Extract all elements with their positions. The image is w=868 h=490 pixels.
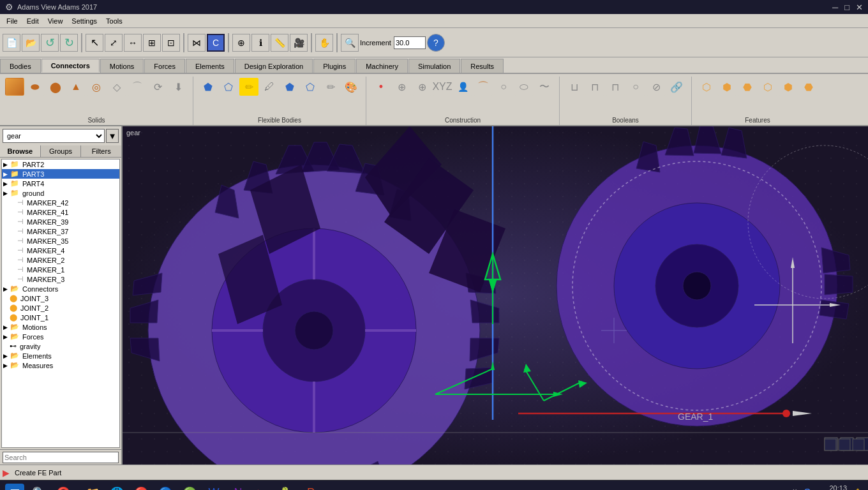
tree-item-part4[interactable]: ▶📁PART4 [2, 179, 119, 188]
toolbar-rotate[interactable]: ↔ [124, 34, 142, 52]
tab-motions[interactable]: Motions [100, 59, 144, 73]
tree-item-joint_1[interactable]: ⬤JOINT_1 [2, 313, 119, 322]
menu-item-view[interactable]: View [44, 17, 67, 26]
tree-expander[interactable]: ▶ [3, 362, 8, 369]
tree-item-marker_35[interactable]: ⊣MARKER_35 [2, 236, 119, 246]
ribbon-xyz-icon[interactable]: XYZ [433, 78, 452, 96]
toolbar-select[interactable]: ↖ [86, 34, 103, 52]
ribbon-feat5-icon[interactable]: ⬢ [779, 78, 798, 96]
toolbar-help[interactable]: ? [427, 34, 445, 52]
tree-item-marker_41[interactable]: ⊣MARKER_41 [2, 207, 119, 217]
toolbar-new[interactable]: 📄 [3, 34, 20, 52]
tree-expander[interactable]: ▶ [3, 181, 8, 187]
browse-tab-browse[interactable]: Browse [0, 145, 41, 157]
ribbon-feat1-icon[interactable]: ⬡ [697, 78, 716, 96]
taskbar-explorer[interactable]: 📁 [83, 484, 102, 491]
taskbar-python[interactable]: 🐍 [277, 484, 296, 491]
ribbon-feat2-icon[interactable]: ⬢ [717, 78, 737, 96]
toolbar-move[interactable]: ⤢ [105, 34, 123, 52]
ribbon-circle-icon[interactable]: ○ [494, 78, 513, 96]
ribbon-sphere-icon[interactable]: ⬤ [46, 78, 65, 96]
menu-item-settings[interactable]: Settings [68, 17, 101, 26]
taskbar-notification[interactable]: 🔔 [852, 488, 863, 491]
ribbon-revolve-icon[interactable]: ⌒ [128, 78, 147, 96]
taskbar-word[interactable]: W [204, 484, 223, 491]
tree-item-joint_2[interactable]: ⬤JOINT_2 [2, 303, 119, 313]
toolbar-camera[interactable]: 🎥 [290, 34, 308, 52]
ribbon-feat4-icon[interactable]: ⬡ [758, 78, 777, 96]
maximize-btn[interactable]: □ [844, 3, 849, 12]
menu-item-tools[interactable]: Tools [102, 17, 126, 26]
ribbon-point-icon[interactable]: • [371, 78, 391, 96]
tree-item-gravity[interactable]: ⊷gravity [2, 341, 119, 351]
tab-plugins[interactable]: Plugins [313, 59, 355, 73]
tree-item-part3[interactable]: ▶📁PART3 [2, 169, 119, 179]
ribbon-marker-icon[interactable]: ⊕ [392, 78, 411, 96]
tree-item-marker_3[interactable]: ⊣MARKER_3 [2, 274, 119, 284]
tab-machinery[interactable]: Machinery [356, 59, 408, 73]
toolbar-info[interactable]: ℹ [251, 34, 269, 52]
tree-item-connectors[interactable]: ▶📂Connectors [2, 284, 119, 293]
start-button[interactable]: ⊞ [5, 484, 24, 491]
ribbon-box-icon[interactable]: ◼ [5, 78, 24, 96]
tab-design-exploration[interactable]: Design Exploration [235, 59, 313, 73]
increment-input[interactable] [394, 36, 426, 49]
taskbar-chrome[interactable]: 🟢 [180, 484, 199, 491]
taskbar-edge[interactable]: 🌐 [107, 484, 126, 491]
tab-bodies[interactable]: Bodies [0, 59, 41, 73]
ribbon-flex1-icon[interactable]: ⬟ [198, 78, 218, 96]
ribbon-cylinder-icon[interactable]: ⬬ [26, 78, 45, 96]
tree-expander[interactable]: ▶ [3, 324, 8, 330]
toolbar-open[interactable]: 📂 [22, 34, 40, 52]
tree-item-joint_3[interactable]: ⬤JOINT_3 [2, 293, 119, 303]
tree-item-forces[interactable]: ▶📂Forces [2, 332, 119, 341]
ribbon-torus-icon[interactable]: ◎ [87, 78, 106, 96]
ribbon-extrude-icon[interactable]: ◇ [107, 78, 126, 96]
ribbon-flex2-icon[interactable]: ⬠ [219, 78, 238, 96]
ribbon-flex6-icon[interactable]: ⬠ [301, 78, 320, 96]
menu-item-edit[interactable]: Edit [23, 17, 43, 26]
tree-item-marker_2[interactable]: ⊣MARKER_2 [2, 255, 119, 265]
tree-item-marker_4[interactable]: ⊣MARKER_4 [2, 246, 119, 255]
ribbon-cone-icon[interactable]: ▲ [66, 78, 86, 96]
taskbar-ppt[interactable]: P [301, 484, 320, 491]
model-dropdown[interactable]: gear [3, 129, 105, 143]
tree-item-measures[interactable]: ▶📂Measures [2, 360, 119, 370]
titlebar-controls[interactable]: ─ □ ✕ [832, 3, 863, 12]
toolbar-fit[interactable]: ⊡ [162, 34, 180, 52]
ribbon-feat3-icon[interactable]: ⬣ [738, 78, 757, 96]
ribbon-flex7-icon[interactable]: ✏ [321, 78, 340, 96]
tree-item-ground[interactable]: ▶📁ground [2, 188, 119, 198]
ribbon-feat6-icon[interactable]: ⬣ [799, 78, 818, 96]
toolbar-scale[interactable]: ⊞ [143, 34, 161, 52]
tab-forces[interactable]: Forces [144, 59, 185, 73]
ribbon-arc-icon[interactable]: ⌒ [474, 78, 493, 96]
tab-simulation[interactable]: Simulation [408, 59, 460, 73]
taskbar-sogou[interactable]: 🔵 [156, 484, 175, 491]
viewport[interactable]: gear [123, 126, 868, 464]
close-btn[interactable]: ✕ [856, 3, 863, 12]
tree-expander[interactable]: ▶ [3, 286, 8, 292]
menu-item-file[interactable]: File [3, 17, 22, 26]
taskbar-media[interactable]: ▶ [253, 484, 272, 491]
ribbon-bool-subtract-icon[interactable]: ⊓ [585, 78, 604, 96]
ribbon-bool-cut-icon[interactable]: ⊘ [647, 78, 666, 96]
taskbar-cortana[interactable]: ⭕ [54, 484, 73, 491]
tree-expander[interactable]: ▶ [3, 190, 8, 197]
toolbar-measure[interactable]: 📏 [271, 34, 288, 52]
ribbon-flex8-icon[interactable]: 🎨 [341, 78, 361, 96]
browse-tab-filters[interactable]: Filters [81, 145, 121, 157]
taskbar-onenote[interactable]: N [228, 484, 248, 491]
tab-connectors[interactable]: Connectors [41, 59, 100, 73]
tree-expander[interactable]: ▶ [3, 334, 8, 340]
search-input[interactable] [3, 452, 119, 463]
tree-item-motions[interactable]: ▶📂Motions [2, 322, 119, 332]
ribbon-flex5-icon[interactable]: ⬟ [280, 78, 299, 96]
ribbon-bool-link-icon[interactable]: 🔗 [667, 78, 686, 96]
toolbar-group[interactable]: ⋈ [188, 34, 206, 52]
ribbon-sweep-icon[interactable]: ⟳ [148, 78, 167, 96]
model-dropdown-arrow[interactable]: ▼ [106, 129, 119, 143]
toolbar-zoom-glass[interactable]: 🔍 [341, 34, 359, 52]
taskbar-netease[interactable]: 🔴 [131, 484, 151, 491]
minimize-btn[interactable]: ─ [832, 3, 838, 12]
